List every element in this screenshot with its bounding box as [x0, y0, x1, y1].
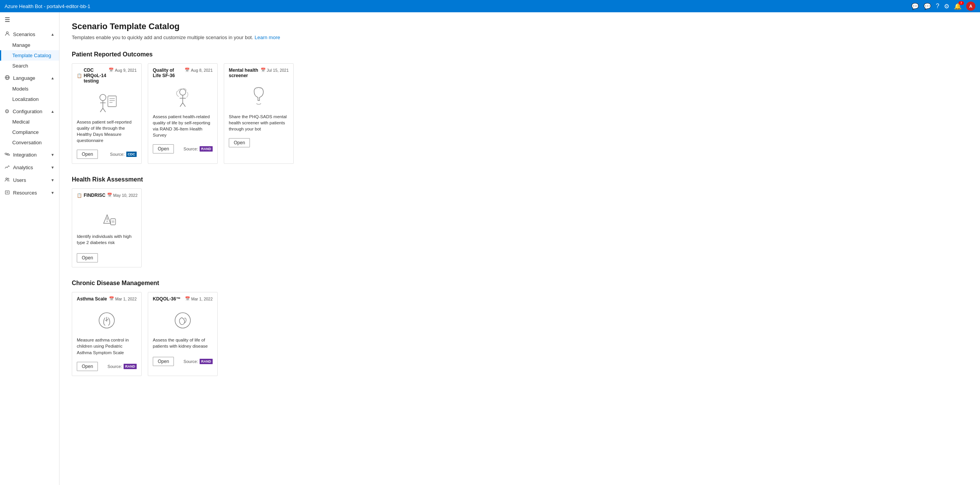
topbar: Azure Health Bot - portalv4-editor-bb-1 … [0, 0, 980, 12]
card-title-icon-findrisc: 📋 [77, 193, 82, 198]
open-button-cdc[interactable]: Open [77, 150, 98, 159]
card-sf36: Quality of Life SF-36 📅 Aug 8, 2021 [148, 63, 218, 164]
learn-more-link[interactable]: Learn more [255, 35, 280, 40]
notification-icon[interactable]: 🔔 7 [954, 3, 962, 10]
calendar-icon-sf36: 📅 [185, 68, 190, 73]
sidebar-group-language[interactable]: Language ▲ [0, 72, 59, 84]
sidebar-group-integration[interactable]: Integration ▼ [0, 148, 59, 160]
cards-row-patient: 📋 CDC HRQoL-14 testing 📅 Aug 9, 2021 [72, 63, 968, 164]
card-footer-findrisc: Open [72, 251, 141, 267]
scenarios-icon [5, 31, 10, 38]
calendar-icon-cdc: 📅 [109, 68, 114, 73]
sidebar-label-analytics: Analytics [13, 165, 33, 170]
card-title-text-cdc: CDC HRQoL-14 testing [84, 68, 107, 84]
card-image-mh [224, 81, 293, 111]
sidebar-section-integration: Integration ▼ [0, 148, 59, 160]
sidebar-item-medical[interactable]: Medical [0, 117, 59, 127]
svg-rect-18 [108, 96, 116, 107]
page-title: Scenario Template Catalog [72, 21, 968, 31]
source-label-kdqol: Source: [183, 359, 198, 364]
sidebar-item-manage[interactable]: Manage [0, 40, 59, 50]
hamburger-button[interactable]: ☰ [0, 12, 59, 27]
sidebar-label-configuration: Configuration [13, 109, 42, 114]
calendar-icon-kdqol: 📅 [185, 296, 190, 301]
sidebar-group-users[interactable]: Users ▼ [0, 174, 59, 186]
svg-point-35 [175, 313, 190, 328]
section-patient-reported: Patient Reported Outcomes 📋 CDC HRQoL-14… [72, 51, 968, 164]
open-button-sf36[interactable]: Open [153, 144, 174, 153]
cards-row-chronic: Asthma Scale 📅 Mar 1, 2022 [72, 292, 968, 376]
topbar-icons: 💬 💬 ? ⚙ 🔔 7 A [911, 2, 975, 11]
sidebar-group-analytics[interactable]: Analytics ▼ [0, 161, 59, 173]
sidebar-label-integration: Integration [13, 152, 36, 158]
card-image-asthma [72, 304, 141, 335]
card-date-findrisc: May 10, 2022 [113, 193, 138, 198]
cards-row-health-risk: 📋 FINDRISC 📅 May 10, 2022 [72, 188, 968, 267]
open-button-asthma[interactable]: Open [77, 362, 98, 371]
card-kdqol: KDQOL-36™ 📅 Mar 1, 2022 [148, 292, 218, 376]
main-content: Scenario Template Catalog Templates enab… [59, 12, 980, 485]
feedback-icon[interactable]: 💬 [911, 3, 919, 10]
source-label-sf36: Source: [183, 147, 198, 151]
card-desc-findrisc: Identify individuals with high type 2 di… [72, 231, 141, 251]
analytics-icon [5, 164, 10, 171]
svg-rect-30 [111, 219, 116, 225]
svg-rect-5 [8, 154, 10, 155]
svg-line-26 [183, 103, 185, 107]
card-image-sf36 [148, 81, 217, 111]
chevron-analytics: ▼ [51, 165, 55, 170]
open-button-kdqol[interactable]: Open [153, 357, 174, 366]
language-icon [5, 75, 10, 81]
card-date-kdqol: Mar 1, 2022 [191, 297, 213, 301]
section-chronic-disease: Chronic Disease Management Asthma Scale … [72, 280, 968, 376]
source-label-cdc: Source: [110, 152, 125, 157]
page-subtitle: Templates enable you to quickly add and … [72, 35, 968, 40]
sidebar-item-template-catalog[interactable]: Template Catalog [0, 50, 59, 61]
sidebar-group-scenarios[interactable]: Scenarios ▲ [0, 28, 59, 40]
sidebar-item-compliance[interactable]: Compliance [0, 127, 59, 137]
open-button-findrisc[interactable]: Open [77, 253, 98, 262]
sidebar-item-localization[interactable]: Localization [0, 94, 59, 104]
svg-point-29 [106, 221, 107, 222]
sidebar-item-models[interactable]: Models [0, 84, 59, 94]
svg-line-25 [180, 103, 183, 107]
sidebar-section-scenarios: Scenarios ▲ Manage Template Catalog Sear… [0, 28, 59, 71]
source-badge-asthma: RAND [124, 364, 137, 369]
sidebar-item-conversation[interactable]: Conversation [0, 137, 59, 148]
card-desc-cdc: Assess patient self-reported quality of … [72, 117, 141, 147]
svg-rect-10 [5, 191, 9, 194]
settings-icon[interactable]: ⚙ [944, 3, 949, 10]
sidebar-group-resources[interactable]: Resources ▼ [0, 186, 59, 198]
card-desc-mh: Share the PHQ-SADS mental health screene… [224, 111, 293, 136]
card-desc-asthma: Measure asthma control in children using… [72, 335, 141, 359]
help-icon[interactable]: ? [936, 3, 939, 10]
card-cdc-hrqol: 📋 CDC HRQoL-14 testing 📅 Aug 9, 2021 [72, 63, 142, 164]
sidebar-label-language: Language [13, 75, 35, 81]
source-badge-sf36: RAND [200, 146, 213, 152]
configuration-icon: ⚙ [5, 108, 10, 114]
section-health-risk: Health Risk Assessment 📋 FINDRISC 📅 May … [72, 176, 968, 267]
svg-point-0 [7, 32, 8, 34]
topbar-title: Azure Health Bot - portalv4-editor-bb-1 [5, 3, 90, 9]
subtitle-text: Templates enable you to quickly add and … [72, 35, 253, 40]
sidebar-group-configuration[interactable]: ⚙ Configuration ▲ [0, 105, 59, 117]
sidebar-section-language: Language ▲ Models Localization [0, 72, 59, 104]
chat-icon[interactable]: 💬 [924, 3, 931, 10]
calendar-icon-findrisc: 📅 [107, 193, 112, 198]
source-label-asthma: Source: [107, 364, 122, 369]
card-footer-sf36: Open Source: RAND [148, 142, 217, 158]
card-footer-kdqol: Open Source: RAND [148, 355, 217, 371]
avatar[interactable]: A [966, 2, 975, 11]
sidebar-section-users: Users ▼ [0, 174, 59, 186]
svg-point-8 [6, 178, 7, 180]
integration-icon [5, 152, 10, 158]
sidebar-item-search[interactable]: Search [0, 61, 59, 71]
sidebar-label-resources: Resources [13, 190, 37, 196]
card-footer-asthma: Open Source: RAND [72, 360, 141, 376]
card-title-icon-cdc: 📋 [77, 73, 82, 78]
open-button-mh[interactable]: Open [229, 138, 250, 147]
resources-icon [5, 190, 10, 196]
sidebar-section-configuration: ⚙ Configuration ▲ Medical Compliance Con… [0, 105, 59, 148]
chevron-resources: ▼ [51, 191, 55, 195]
card-desc-kdqol: Assess the quality of life of patients w… [148, 335, 217, 355]
